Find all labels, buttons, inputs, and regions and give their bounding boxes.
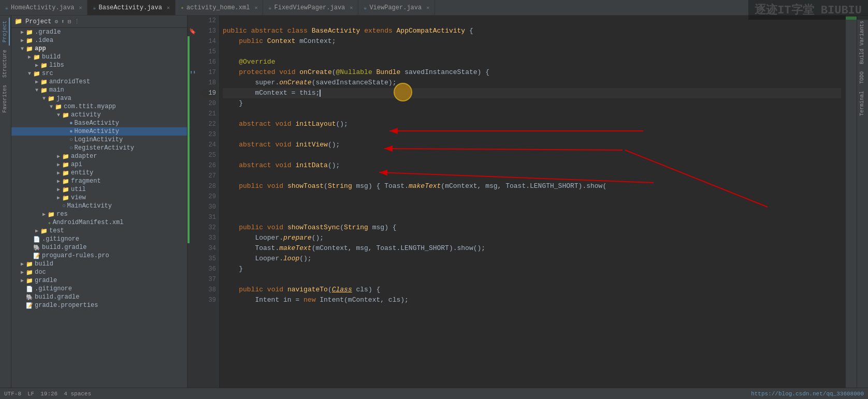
tree-node-test[interactable]: ▶ 📁 test bbox=[11, 227, 187, 235]
tree-node-mainactivity[interactable]: ○ MainActivity bbox=[11, 202, 187, 210]
tab-close-3[interactable]: ✕ bbox=[350, 5, 353, 11]
gutter-38 bbox=[187, 285, 198, 295]
tree-node-homeactivity[interactable]: ● HomeActivity bbox=[11, 127, 187, 136]
folder-icon: 📁 bbox=[26, 269, 33, 276]
text-cursor bbox=[320, 90, 321, 97]
tab-viewpager[interactable]: ☕ ViewPager.java ✕ bbox=[358, 0, 435, 15]
tree-node-libs[interactable]: ▶ 📁 libs bbox=[11, 61, 187, 69]
tree-node-gradle-outer[interactable]: ▶ 📁 gradle bbox=[11, 276, 187, 285]
tree-node-api[interactable]: ▶ 📁 api bbox=[11, 160, 187, 169]
tree-node-java[interactable]: ▼ 📁 java bbox=[11, 94, 187, 102]
gutter-39 bbox=[187, 295, 198, 305]
tab-close-4[interactable]: ✕ bbox=[426, 5, 429, 11]
code-line-25 bbox=[223, 150, 841, 160]
change-bar bbox=[187, 36, 190, 243]
sidebar-tab-structure[interactable]: Structure bbox=[1, 47, 10, 81]
tree-node-util[interactable]: ▶ 📁 util bbox=[11, 185, 187, 194]
tree-node-res[interactable]: ▶ 📁 res bbox=[11, 210, 187, 218]
tree-node-app[interactable]: ▼ 📁 app bbox=[11, 45, 187, 53]
tree-node-idea[interactable]: ▶ 📁 .idea bbox=[11, 36, 187, 45]
tab-close-0[interactable]: ✕ bbox=[79, 5, 82, 11]
folder-icon: 📁 bbox=[40, 79, 48, 85]
java-icon: ● bbox=[69, 120, 73, 126]
folder-icon: 📁 bbox=[62, 195, 69, 201]
line-num-31: 31 bbox=[200, 212, 216, 223]
code-line-33: Looper.prepare(); bbox=[223, 233, 841, 243]
tree-node-baseactivity[interactable]: ● BaseActivity bbox=[11, 119, 187, 127]
line-num-38: 38 bbox=[200, 285, 216, 295]
code-editor[interactable]: public abstract class BaseActivity exten… bbox=[219, 16, 845, 388]
tree-node-buildgradle[interactable]: 🐘 build.gradle bbox=[11, 243, 187, 252]
code-line-34: Toast.makeText(mContext, msg, Toast.LENG… bbox=[223, 243, 841, 254]
tree-node-gitignore-outer[interactable]: 📄 .gitignore bbox=[11, 285, 187, 293]
tree-node-main[interactable]: ▼ 📁 main bbox=[11, 86, 187, 94]
code-line-21 bbox=[223, 109, 841, 119]
line-endings-label: LF bbox=[27, 391, 34, 397]
line-num-24: 24 bbox=[200, 140, 216, 150]
right-tab-terminal[interactable]: Terminal bbox=[858, 88, 867, 119]
tree-node-src[interactable]: ▼ 📁 src bbox=[11, 69, 187, 78]
tree-node-build-outer[interactable]: ▶ 📁 build bbox=[11, 260, 187, 268]
tree-node-androidmanifest[interactable]: ✦ AndroidManifest.xml bbox=[11, 218, 187, 227]
code-line-19: mContext = this; bbox=[223, 88, 841, 98]
folder-icon: 📁 bbox=[55, 104, 62, 110]
gutter-12 bbox=[187, 16, 198, 26]
tree-node-doc[interactable]: ▶ 📁 doc bbox=[11, 268, 187, 276]
right-tab-todo[interactable]: TODO bbox=[858, 68, 867, 87]
folder-icon: 📁 bbox=[33, 70, 40, 77]
tree-node-loginactivity[interactable]: ○ LoginActivity bbox=[11, 136, 187, 144]
code-line-32: public void showToastSync(String msg) { bbox=[223, 223, 841, 233]
tree-node-gradle-properties[interactable]: 📝 gradle.properties bbox=[11, 301, 187, 309]
tree-node-entity[interactable]: ▶ 📁 entity bbox=[11, 169, 187, 177]
tab-close-2[interactable]: ✕ bbox=[254, 5, 257, 11]
line-num-36: 36 bbox=[200, 264, 216, 274]
code-line-20: } bbox=[223, 98, 841, 109]
java-icon: ☕ bbox=[5, 5, 8, 11]
tree-node-proguard[interactable]: 📝 proguard-rules.pro bbox=[11, 252, 187, 260]
folder-icon: 📁 bbox=[62, 170, 69, 176]
tree-node-adapter[interactable]: ▶ 📁 adapter bbox=[11, 152, 187, 160]
tab-homeactivity[interactable]: ☕ HomeActivity.java ✕ bbox=[0, 0, 88, 15]
watermark: 逐迹IT字堂 BIUBIU bbox=[748, 0, 868, 20]
editor-area: 🔖 ⬆⬇ bbox=[187, 16, 857, 388]
sidebar-tab-project[interactable]: Project bbox=[1, 18, 10, 46]
gutter-37 bbox=[187, 274, 198, 285]
line-num-33: 33 bbox=[200, 233, 216, 243]
line-num-13: 13 bbox=[200, 26, 216, 36]
line-num-37: 37 bbox=[200, 274, 216, 285]
tree-node-build-inner[interactable]: ▶ 📁 build bbox=[11, 53, 187, 61]
tree-node-gradle[interactable]: ▶ 📁 .gradle bbox=[11, 28, 187, 36]
collapse-icon[interactable]: ⊟ bbox=[68, 18, 71, 25]
folder-icon: 📁 bbox=[48, 95, 55, 102]
line-numbers: 12 13 14 15 16 17 18 19 20 21 22 23 24 2… bbox=[198, 16, 219, 388]
tab-fixedviewpager[interactable]: ☕ FixedViewPager.java ✕ bbox=[263, 0, 358, 15]
expand-icon[interactable]: ⬆ bbox=[61, 18, 65, 25]
code-line-17: protected void onCreate(@Nullable Bundle… bbox=[223, 67, 841, 78]
line-num-28: 28 bbox=[200, 181, 216, 191]
line-num-18: 18 bbox=[200, 78, 216, 88]
tree-node-view[interactable]: ▶ 📁 view bbox=[11, 194, 187, 202]
tab-activity-home-xml[interactable]: ✦ activity_home.xml ✕ bbox=[176, 0, 263, 15]
tree-node-registeractivity[interactable]: ○ RegisterActivity bbox=[11, 144, 187, 152]
gutter-area: 🔖 ⬆⬇ bbox=[187, 16, 198, 388]
gutter-34 bbox=[187, 243, 198, 254]
more-icon[interactable]: ⋮ bbox=[74, 18, 80, 25]
sidebar-tab-favorites[interactable]: Favorites bbox=[1, 82, 10, 116]
right-tab-build-variants[interactable]: Build Variants bbox=[858, 18, 867, 67]
settings-icon[interactable]: ⚙ bbox=[54, 18, 58, 25]
tab-baseactivity[interactable]: ☕ BaseActivity.java ✕ bbox=[88, 0, 175, 15]
status-bar: UTF-8 LF 19:26 4 spaces https://blog.csd… bbox=[0, 388, 868, 399]
line-num-23: 23 bbox=[200, 129, 216, 140]
code-line-23 bbox=[223, 129, 841, 140]
tree-node-fragment[interactable]: ▶ 📁 fragment bbox=[11, 177, 187, 185]
tree-node-activity-folder[interactable]: ▼ 📁 activity bbox=[11, 111, 187, 119]
tree-node-androidtest[interactable]: ▶ 📁 androidTest bbox=[11, 78, 187, 86]
tree-node-comttit[interactable]: ▼ 📁 com.ttit.myapp bbox=[11, 102, 187, 111]
tree-node-buildgradle-outer[interactable]: 🐘 build.gradle bbox=[11, 293, 187, 301]
code-line-39: Intent in = new Intent(mContext, cls); bbox=[223, 295, 841, 305]
code-line-15 bbox=[223, 47, 841, 57]
line-num-39: 39 bbox=[200, 295, 216, 305]
tab-close-1[interactable]: ✕ bbox=[167, 5, 170, 11]
line-num-27: 27 bbox=[200, 171, 216, 181]
tree-node-gitignore-inner[interactable]: 📄 .gitignore bbox=[11, 235, 187, 243]
